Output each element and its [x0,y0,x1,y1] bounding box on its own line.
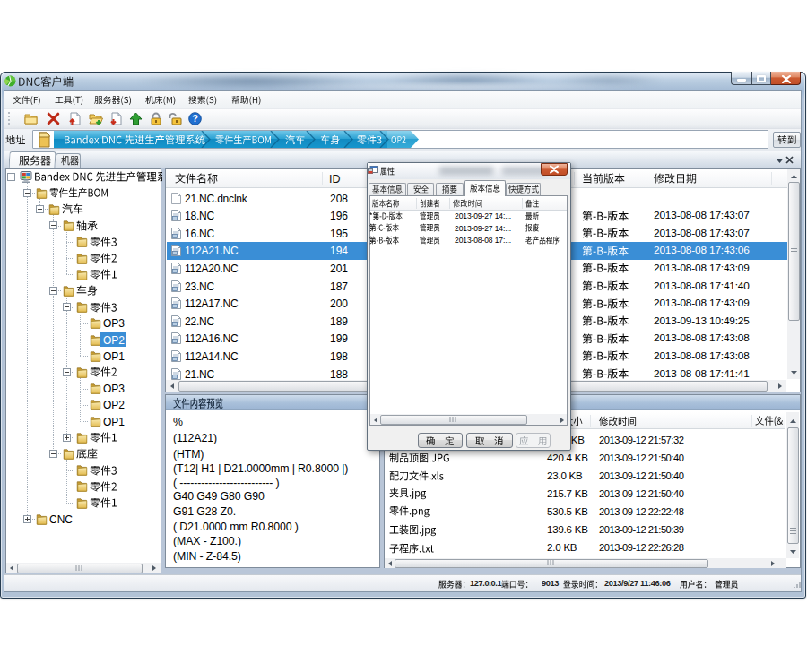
svg-text:?: ? [192,113,198,124]
